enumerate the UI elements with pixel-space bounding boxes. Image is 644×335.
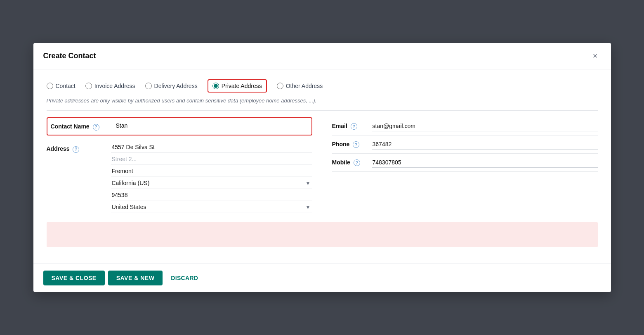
tab-private-label: Private Address xyxy=(222,83,262,89)
form-divider xyxy=(47,110,598,111)
modal-title: Create Contact xyxy=(43,52,96,60)
contact-name-help-icon: ? xyxy=(93,124,99,131)
address-inputs: California (US) ▼ United States ▼ xyxy=(111,142,312,212)
empty-notes-bar xyxy=(47,222,598,247)
mobile-input[interactable] xyxy=(372,157,598,168)
tab-delivery-label: Delivery Address xyxy=(154,83,198,89)
mobile-row: Mobile ? xyxy=(332,154,598,172)
tab-other-label: Other Address xyxy=(286,83,323,89)
address-label: Address ? xyxy=(47,142,104,153)
state-select-wrapper: California (US) ▼ xyxy=(111,178,312,188)
close-button[interactable]: × xyxy=(590,50,601,62)
country-select-wrapper: United States ▼ xyxy=(111,202,312,212)
address-help-icon: ? xyxy=(73,146,79,153)
radio-invoice[interactable] xyxy=(85,83,92,89)
radio-contact[interactable] xyxy=(47,83,53,89)
save-new-button[interactable]: SAVE & NEW xyxy=(108,271,163,285)
radio-delivery[interactable] xyxy=(145,83,152,89)
radio-private[interactable] xyxy=(212,83,219,89)
email-input[interactable] xyxy=(372,121,598,131)
contact-name-input-wrap xyxy=(115,121,308,131)
contact-name-label: Contact Name ? xyxy=(51,121,109,131)
private-address-notice: Private addresses are only visible by au… xyxy=(47,97,598,104)
city-input[interactable] xyxy=(111,166,312,176)
tab-invoice-label: Invoice Address xyxy=(94,83,135,89)
radio-other[interactable] xyxy=(277,83,283,89)
tab-contact-label: Contact xyxy=(56,83,75,89)
address-row: Address ? California (US) ▼ xyxy=(47,139,312,216)
save-close-button[interactable]: SAVE & CLOSE xyxy=(43,271,105,285)
email-label: Email ? xyxy=(332,123,365,130)
street1-input[interactable] xyxy=(111,142,312,152)
form-grid: Contact Name ? Address ? xyxy=(47,117,598,216)
phone-input[interactable] xyxy=(372,139,598,150)
create-contact-modal: Create Contact × Contact Invoice Address… xyxy=(33,43,611,292)
tab-contact[interactable]: Contact xyxy=(47,83,75,89)
mobile-help-icon: ? xyxy=(354,159,360,166)
street2-input[interactable] xyxy=(111,154,312,164)
tab-invoice[interactable]: Invoice Address xyxy=(85,83,135,89)
modal-overlay: Create Contact × Contact Invoice Address… xyxy=(0,0,644,335)
zip-input[interactable] xyxy=(111,190,312,200)
email-row: Email ? xyxy=(332,117,598,135)
contact-name-row: Contact Name ? xyxy=(47,117,312,135)
right-form-section: Email ? Phone ? xyxy=(332,117,598,216)
address-type-tabs: Contact Invoice Address Delivery Address… xyxy=(47,79,598,93)
discard-button[interactable]: DISCARD xyxy=(166,271,203,285)
left-form-section: Contact Name ? Address ? xyxy=(47,117,312,216)
country-select[interactable]: United States xyxy=(111,202,312,212)
phone-label: Phone ? xyxy=(332,141,365,148)
tab-other[interactable]: Other Address xyxy=(277,83,323,89)
state-select[interactable]: California (US) xyxy=(111,178,312,188)
email-help-icon: ? xyxy=(351,123,357,130)
contact-name-input[interactable] xyxy=(115,121,308,131)
modal-header: Create Contact × xyxy=(33,43,611,69)
phone-help-icon: ? xyxy=(353,141,359,148)
tab-delivery[interactable]: Delivery Address xyxy=(145,83,198,89)
tab-private[interactable]: Private Address xyxy=(208,79,267,93)
mobile-label: Mobile ? xyxy=(332,159,365,166)
phone-row: Phone ? xyxy=(332,135,598,154)
modal-body: Contact Invoice Address Delivery Address… xyxy=(33,69,611,264)
modal-footer: SAVE & CLOSE SAVE & NEW DISCARD xyxy=(33,264,611,292)
